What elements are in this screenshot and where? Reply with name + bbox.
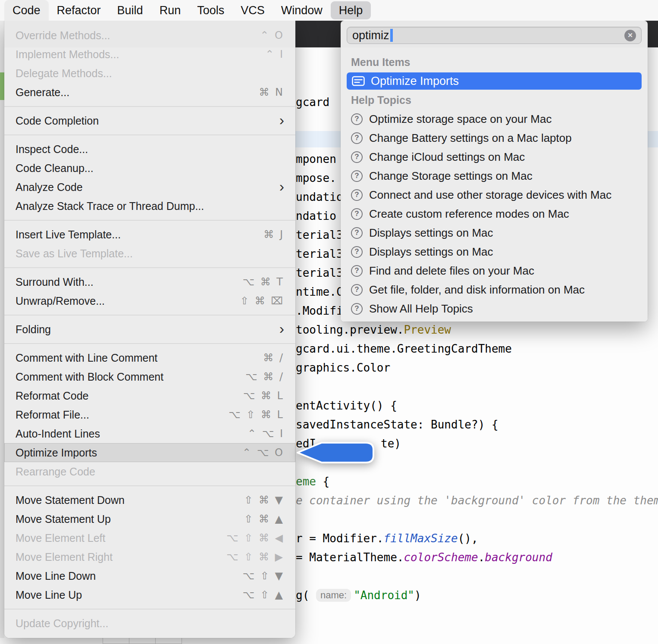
help-topic-change-storage-settings-on-mac[interactable]: ?Change Storage settings on Mac (344, 166, 644, 185)
code-line[interactable]: mponen (296, 151, 336, 167)
code-menu-item-unwrap-remove[interactable]: Unwrap/Remove...⇧ ⌘ ⌧ (4, 291, 295, 310)
code-menu-item-move-line-up[interactable]: Move Line Up⌥ ⇧ ▲ (4, 585, 295, 604)
code-line[interactable]: undatio (296, 189, 343, 205)
code-menu-panel: Override Methods...⌃ OImplement Methods.… (4, 21, 295, 638)
clear-search-button[interactable]: ✕ (624, 30, 636, 41)
menu-item-shortcut: ⌥ ⇧ ⌘ L (229, 409, 284, 421)
help-topic-find-and-delete-files-on-your-mac[interactable]: ?Find and delete files on your Mac (344, 261, 644, 280)
menubar-item-build[interactable]: Build (109, 0, 151, 21)
menubar-item-tools[interactable]: Tools (189, 0, 232, 21)
code-token: = MaterialTheme. (296, 551, 404, 564)
menu-item-label: Analyze Stack Trace or Thread Dump... (16, 200, 204, 213)
help-topic-optimize-storage-space-on-your-mac[interactable]: ?Optimize storage space on your Mac (344, 109, 644, 128)
menu-item-label: Generate... (16, 86, 69, 99)
code-menu-item-surround-with[interactable]: Surround With...⌥ ⌘ T (4, 272, 295, 291)
menu-item-shortcut: ⌃ I (265, 48, 284, 60)
code-menu-item-comment-with-line-comment[interactable]: Comment with Line Comment⌘ / (4, 348, 295, 367)
help-topic-get-file-folder-and-disk-information-on-mac[interactable]: ?Get file, folder, and disk information … (344, 280, 644, 299)
help-question-icon: ? (351, 303, 363, 315)
help-question-icon: ? (351, 208, 363, 220)
code-line[interactable]: gcard (296, 94, 329, 110)
menu-item-label: Move Statement Up (16, 513, 111, 525)
code-menu-item-move-statement-up[interactable]: Move Statement Up⇧ ⌘ ▲ (4, 510, 295, 528)
menu-item-label: Move Line Down (16, 570, 96, 582)
help-topics-header: Help Topics (344, 91, 644, 109)
code-token: entActivity() { (296, 399, 397, 412)
help-topic-label: Change Storage settings on Mac (369, 169, 533, 183)
code-token: ntime.C (296, 285, 343, 298)
code-menu-item-optimize-imports[interactable]: Optimize Imports⌃ ⌥ O (4, 443, 295, 462)
menu-item-shortcut: ⌥ ⌘ / (245, 371, 284, 383)
help-topic-label: Optimize storage space on your Mac (369, 113, 551, 126)
menu-item-shortcut: ⌥ ⇧ ▼ (243, 570, 284, 582)
help-question-icon: ? (351, 265, 363, 277)
code-menu-item-inspect-code[interactable]: Inspect Code... (4, 140, 295, 159)
help-search-field[interactable]: optimiz ✕ (347, 27, 642, 44)
code-line[interactable]: ntime.C (296, 284, 343, 300)
help-topic-displays-settings-on-mac[interactable]: ?Displays settings on Mac (344, 223, 644, 242)
code-line[interactable]: entActivity() { (296, 398, 397, 413)
code-menu-item-analyze-stack-trace-or-thread-dump[interactable]: Analyze Stack Trace or Thread Dump... (4, 197, 295, 216)
code-line[interactable]: graphics.Color (296, 360, 390, 375)
help-topic-label: Find and delete files on your Mac (369, 264, 534, 278)
code-line[interactable]: r = Modifier.fillMaxSize(), (296, 531, 478, 546)
help-topic-label: Get file, folder, and disk information o… (369, 283, 585, 297)
menu-item-label: Move Line Up (16, 589, 82, 601)
menu-item-label: Inspect Code... (16, 143, 88, 156)
help-topic-show-all-help-topics[interactable]: ?Show All Help Topics (344, 299, 644, 318)
menubar-item-code[interactable]: Code (4, 0, 49, 21)
menubar-item-window[interactable]: Window (273, 0, 331, 21)
menu-item-label: Move Element Left (16, 532, 105, 544)
code-menu-item-code-cleanup[interactable]: Code Cleanup... (4, 159, 295, 178)
code-line[interactable]: savedInstanceState: Bundle?) { (296, 417, 498, 432)
code-menu-item-generate[interactable]: Generate...⌘ N (4, 83, 295, 102)
code-line[interactable]: mpose. (296, 170, 336, 186)
code-line[interactable]: terial3 (296, 246, 343, 262)
code-menu-item-comment-with-block-comment[interactable]: Comment with Block Comment⌥ ⌘ / (4, 367, 295, 386)
code-line[interactable]: gcard.ui.theme.GreetingCardTheme (296, 341, 512, 356)
code-line[interactable]: = MaterialTheme.colorScheme.background (296, 550, 552, 565)
search-result-optimize-imports[interactable]: Optimize Imports (347, 72, 642, 90)
menu-item-label: Update Copyright... (16, 617, 108, 630)
menu-item-label: Unwrap/Remove... (16, 295, 105, 307)
code-line[interactable]: terial3 (296, 265, 343, 281)
code-line[interactable]: g( name:"Android") (296, 588, 421, 603)
help-question-icon: ? (351, 189, 363, 201)
help-topic-connect-and-use-other-storage-devices-with-mac[interactable]: ?Connect and use other storage devices w… (344, 185, 644, 204)
code-token: .Modifi (296, 304, 343, 317)
help-topic-change-battery-settings-on-a-mac-laptop[interactable]: ?Change Battery settings on a Mac laptop (344, 128, 644, 147)
help-topic-change-icloud-settings-on-mac[interactable]: ?Change iCloud settings on Mac (344, 147, 644, 166)
menubar-item-run[interactable]: Run (151, 0, 189, 21)
code-menu-item-move-statement-down[interactable]: Move Statement Down⇧ ⌘ ▼ (4, 491, 295, 510)
help-topic-label: Displays settings on Mac (369, 245, 493, 259)
code-menu-item-code-completion[interactable]: Code Completion› (4, 111, 295, 130)
menu-item-label: Code Completion (16, 115, 99, 127)
help-search-input[interactable]: optimiz (352, 29, 389, 42)
code-line[interactable]: ndatio (296, 208, 336, 224)
code-menu-item-reformat-code[interactable]: Reformat Code⌥ ⌘ L (4, 386, 295, 405)
menubar-item-refactor[interactable]: Refactor (49, 0, 109, 21)
code-menu-item-move-line-down[interactable]: Move Line Down⌥ ⇧ ▼ (4, 566, 295, 585)
code-menu-item-analyze-code[interactable]: Analyze Code› (4, 178, 295, 197)
help-topic-displays-settings-on-mac[interactable]: ?Displays settings on Mac (344, 242, 644, 261)
menubar-item-vcs[interactable]: VCS (232, 0, 273, 21)
code-line[interactable]: tooling.preview.Preview (296, 322, 451, 338)
code-line[interactable]: .Modifi (296, 303, 343, 319)
help-topic-create-custom-reference-modes-on-mac[interactable]: ?Create custom reference modes on Mac (344, 204, 644, 223)
menu-item-label: Surround With... (16, 276, 94, 288)
code-menu-item-auto-indent-lines[interactable]: Auto-Indent Lines⌃ ⌥ I (4, 424, 295, 443)
menu-item-label: Folding (16, 323, 51, 336)
code-token: tooling.preview. (296, 323, 404, 336)
menu-item-shortcut: ⇧ ⌘ ⌧ (240, 295, 284, 307)
code-line[interactable]: terial3 (296, 227, 343, 243)
code-line[interactable]: eme { (296, 474, 329, 489)
code-token: g( (296, 589, 316, 602)
code-line[interactable]: te) (381, 436, 401, 451)
code-menu-item-insert-live-template[interactable]: Insert Live Template...⌘ J (4, 225, 295, 244)
code-menu-item-reformat-file[interactable]: Reformat File...⌥ ⇧ ⌘ L (4, 405, 295, 424)
menu-item-shortcut: ⌘ J (263, 228, 284, 241)
code-menu-item-folding[interactable]: Folding› (4, 320, 295, 339)
code-line[interactable]: e container using the 'background' color… (296, 493, 658, 508)
menu-separator (4, 220, 295, 221)
menubar-item-help[interactable]: Help (331, 1, 371, 19)
